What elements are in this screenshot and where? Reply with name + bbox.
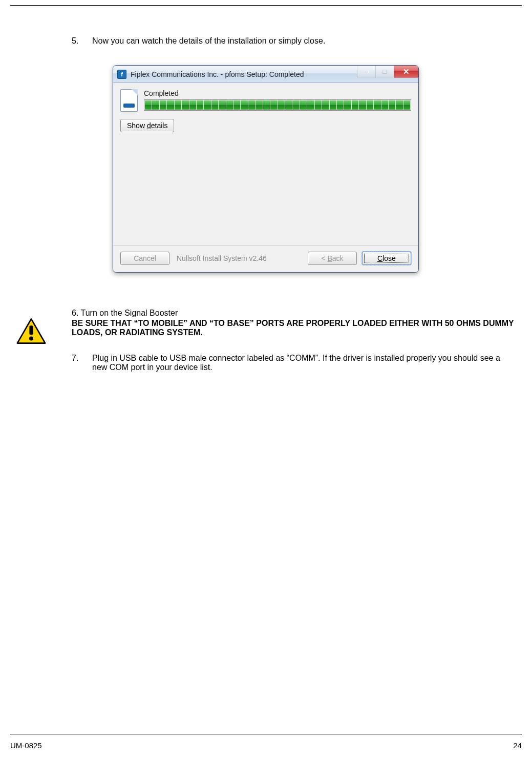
top-horizontal-rule — [10, 5, 522, 6]
app-icon-letter: f — [121, 71, 123, 77]
close-post: lose — [382, 254, 396, 262]
progress-segment — [344, 100, 351, 110]
step-6-warning-text: BE SURE THAT “TO MOBILE” AND “TO BASE” P… — [72, 319, 517, 337]
progress-segment — [241, 100, 247, 110]
progress-segment — [211, 100, 218, 110]
dialog-spacer — [120, 132, 411, 240]
close-u: C — [377, 254, 382, 262]
bottom-horizontal-rule — [10, 734, 522, 734]
svg-point-2 — [29, 336, 33, 340]
dialog-body: Completed Show details — [113, 83, 418, 245]
progress-segment — [367, 100, 373, 110]
step-number: 7. — [72, 354, 92, 372]
main-content: 5. Now you can watch the details of the … — [72, 36, 517, 372]
step-6-title: 6. Turn on the Signal Booster — [72, 309, 517, 318]
progress-segment — [197, 100, 203, 110]
progress-segment — [285, 100, 292, 110]
progress-segment — [300, 100, 307, 110]
progress-segment — [152, 100, 159, 110]
progress-segment — [256, 100, 262, 110]
progress-segment — [263, 100, 270, 110]
back-post: ack — [332, 254, 344, 262]
back-u: B — [327, 254, 332, 262]
progress-segment — [374, 100, 380, 110]
install-file-icon — [120, 89, 138, 112]
cancel-button: Cancel — [120, 252, 169, 265]
show-details-pre: Show — [127, 121, 147, 130]
progress-segment — [270, 100, 277, 110]
show-details-u: d — [147, 121, 151, 130]
progress-segment — [352, 100, 358, 110]
progress-segment — [182, 100, 188, 110]
progress-segment — [322, 100, 329, 110]
progress-segment — [219, 100, 225, 110]
installer-system-label: Nullsoft Install System v2.46 — [175, 254, 303, 262]
progress-segment — [160, 100, 166, 110]
minimize-icon: – — [365, 68, 368, 75]
progress-segment — [396, 100, 402, 110]
progress-segment — [307, 100, 314, 110]
document-page: 5. Now you can watch the details of the … — [0, 0, 532, 759]
progress-segment — [403, 100, 410, 110]
step-7: 7. Plug in USB cable to USB male connect… — [72, 354, 517, 372]
show-details-button[interactable]: Show details — [120, 119, 174, 132]
progress-segment — [226, 100, 233, 110]
installer-dialog: f Fiplex Communications Inc. - pfoms Set… — [113, 65, 419, 273]
progress-segment — [389, 100, 395, 110]
document-id: UM-0825 — [10, 741, 42, 750]
window-buttons: – □ ✕ — [357, 66, 418, 83]
step-text: Now you can watch the details of the ins… — [92, 36, 517, 46]
progress-segment — [359, 100, 366, 110]
close-icon: ✕ — [403, 67, 410, 76]
progress-segment — [145, 100, 152, 110]
status-label: Completed — [144, 89, 411, 97]
progress-segment — [248, 100, 255, 110]
step-6: 6. Turn on the Signal Booster BE SURE TH… — [72, 309, 517, 337]
step-text: Plug in USB cable to USB male connector … — [92, 354, 517, 372]
progress-segment — [175, 100, 181, 110]
dialog-footer: Cancel Nullsoft Install System v2.46 < B… — [113, 245, 418, 272]
progress-segment — [278, 100, 285, 110]
svg-rect-1 — [29, 325, 33, 335]
progress-segment — [204, 100, 210, 110]
minimize-button[interactable]: – — [357, 66, 375, 78]
progress-segment — [381, 100, 388, 110]
titlebar: f Fiplex Communications Inc. - pfoms Set… — [113, 66, 418, 83]
progress-bar — [144, 99, 411, 111]
window-title: Fiplex Communications Inc. - pfoms Setup… — [131, 70, 357, 78]
warning-triangle-icon — [16, 318, 46, 344]
back-pre: < — [321, 254, 327, 262]
maximize-icon: □ — [383, 68, 387, 75]
progress-segment — [189, 100, 196, 110]
window-close-button[interactable]: ✕ — [394, 66, 418, 78]
progress-segment — [330, 100, 336, 110]
step-5: 5. Now you can watch the details of the … — [72, 36, 517, 46]
step-number: 5. — [72, 36, 92, 46]
progress-segment — [167, 100, 174, 110]
maximize-button: □ — [375, 66, 394, 78]
progress-segment — [315, 100, 322, 110]
page-footer: UM-0825 24 — [10, 741, 522, 750]
installer-screenshot: f Fiplex Communications Inc. - pfoms Set… — [113, 65, 517, 273]
progress-segment — [292, 100, 299, 110]
page-number: 24 — [513, 741, 522, 750]
show-details-post: etails — [151, 121, 168, 130]
app-icon: f — [117, 70, 126, 79]
back-button: < Back — [308, 252, 357, 265]
progress-segment — [233, 100, 240, 110]
close-button[interactable]: Close — [362, 252, 411, 265]
progress-area: Completed — [144, 89, 411, 111]
progress-segment — [337, 100, 344, 110]
